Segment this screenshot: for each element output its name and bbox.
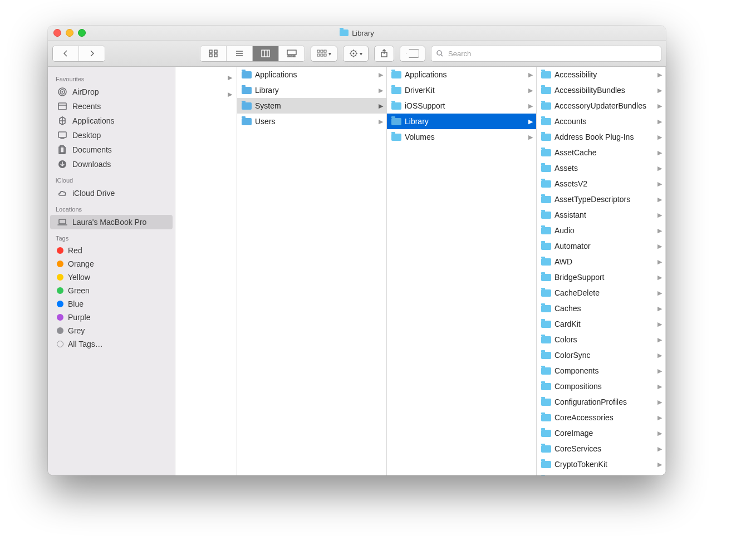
minimize-button[interactable] — [66, 29, 73, 37]
folder-row[interactable]: AssetTypeDescriptors▶ — [537, 191, 665, 207]
folder-row[interactable]: AssetCache▶ — [537, 145, 665, 160]
search-input[interactable] — [447, 49, 656, 58]
forward-button[interactable] — [78, 46, 105, 61]
search-field[interactable] — [431, 46, 661, 62]
sidebar-item[interactable]: Laura's MacBook Pro — [50, 215, 173, 229]
sidebar-item[interactable]: Green — [48, 284, 175, 297]
sidebar-item[interactable]: Downloads — [48, 157, 175, 171]
sidebar-item[interactable]: Applications — [48, 114, 175, 128]
folder-icon — [541, 399, 551, 406]
folder-row[interactable]: CoreImage▶ — [537, 425, 665, 441]
sidebar-item-label: iCloud Drive — [72, 189, 115, 198]
chevron-right-icon: ▶ — [657, 196, 662, 203]
folder-row[interactable]: AccessoryUpdaterBundles▶ — [537, 98, 665, 114]
sidebar-item[interactable]: Documents — [48, 143, 175, 157]
folder-icon — [541, 445, 551, 453]
folder-row[interactable]: Library▶ — [237, 82, 386, 98]
icon-view-button[interactable] — [200, 46, 226, 61]
desktop-icon — [57, 130, 68, 140]
folder-row[interactable]: BridgeSupport▶ — [537, 269, 665, 285]
folder-row[interactable]: DefaultsConfigurations▶ — [537, 472, 665, 475]
tags-button[interactable] — [400, 46, 425, 62]
folder-row[interactable]: Applications▶ — [237, 67, 386, 82]
folder-name: AssetCache — [554, 148, 654, 157]
folder-row[interactable]: CoreAccessories▶ — [537, 410, 665, 425]
share-button[interactable] — [374, 46, 394, 62]
svg-rect-32 — [58, 132, 66, 137]
zoom-button[interactable] — [78, 29, 86, 37]
folder-row[interactable]: AccessibilityBundles▶ — [537, 82, 665, 98]
folder-row[interactable]: AssetsV2▶ — [537, 176, 665, 191]
folder-icon — [391, 134, 401, 141]
column-view-button[interactable] — [252, 46, 278, 61]
action-button[interactable]: ▾ — [343, 46, 369, 62]
column-3[interactable]: Accessibility▶AccessibilityBundles▶Acces… — [537, 67, 666, 475]
chevron-right-icon: ▶ — [657, 243, 662, 250]
folder-row[interactable]: Accessibility▶ — [537, 67, 665, 82]
column-2[interactable]: Applications▶DriverKit▶iOSSupport▶Librar… — [387, 67, 537, 475]
folder-row[interactable]: CoreServices▶ — [537, 441, 665, 456]
folder-row[interactable]: Audio▶ — [537, 223, 665, 238]
folder-row[interactable]: CryptoTokenKit▶ — [537, 456, 665, 472]
sidebar-item[interactable]: Grey — [48, 324, 175, 337]
sidebar-item[interactable]: Desktop — [48, 128, 175, 143]
back-button[interactable] — [53, 46, 78, 61]
folder-name: AccessibilityBundles — [554, 86, 654, 95]
folder-row[interactable]: CacheDelete▶ — [537, 285, 665, 301]
folder-row[interactable]: Users▶ — [237, 114, 386, 129]
svg-rect-17 — [317, 54, 320, 56]
sidebar[interactable]: FavouritesAirDropRecentsApplicationsDesk… — [48, 67, 175, 475]
folder-row[interactable]: Caches▶ — [537, 301, 665, 316]
chevron-right-icon: ▶ — [657, 71, 662, 78]
sidebar-item[interactable]: iCloud Drive — [48, 186, 175, 200]
traffic-lights — [53, 29, 86, 37]
folder-row[interactable]: Automator▶ — [537, 238, 665, 254]
column-1[interactable]: Applications▶Library▶System▶Users▶ — [237, 67, 387, 475]
folder-icon — [541, 180, 551, 188]
sidebar-item[interactable]: Purple — [48, 311, 175, 324]
folder-row[interactable]: Compositions▶ — [537, 379, 665, 394]
folder-icon — [541, 196, 551, 203]
folder-row[interactable]: Accounts▶ — [537, 114, 665, 129]
chevron-right-icon: ▶ — [657, 352, 662, 359]
folder-row[interactable]: ColorSync▶ — [537, 347, 665, 363]
folder-row[interactable]: Assistant▶ — [537, 207, 665, 223]
svg-rect-1 — [214, 50, 217, 53]
folder-row[interactable]: System▶ — [237, 98, 386, 114]
folder-row[interactable]: iOSSupport▶ — [387, 98, 536, 114]
disclosure-triangle[interactable]: ▶ — [228, 86, 237, 102]
sidebar-item[interactable]: All Tags… — [48, 337, 175, 351]
sidebar-item[interactable]: Recents — [48, 99, 175, 114]
close-button[interactable] — [53, 29, 61, 37]
folder-row[interactable]: Colors▶ — [537, 332, 665, 347]
folder-row[interactable]: CardKit▶ — [537, 316, 665, 332]
sidebar-item[interactable]: Blue — [48, 297, 175, 311]
folder-row[interactable]: DriverKit▶ — [387, 82, 536, 98]
folder-row[interactable]: Address Book Plug-Ins▶ — [537, 129, 665, 145]
folder-row[interactable]: Library▶ — [387, 114, 536, 129]
laptop-icon — [57, 217, 68, 227]
folder-row[interactable]: Components▶ — [537, 363, 665, 379]
folder-row[interactable]: AWD▶ — [537, 254, 665, 269]
folder-icon — [541, 134, 551, 141]
chevron-right-icon: ▶ — [657, 102, 662, 110]
folder-icon — [340, 30, 349, 36]
folder-row[interactable]: Applications▶ — [387, 67, 536, 82]
column-0[interactable]: ▶▶ — [175, 67, 237, 475]
folder-name: Library — [255, 86, 375, 95]
sidebar-item-label: Orange — [68, 259, 94, 268]
sidebar-item[interactable]: Yellow — [48, 271, 175, 284]
folder-row[interactable]: ConfigurationProfiles▶ — [537, 394, 665, 410]
folder-row[interactable]: Volumes▶ — [387, 129, 536, 145]
folder-icon — [541, 461, 551, 468]
sidebar-item[interactable]: AirDrop — [48, 85, 175, 99]
disclosure-triangle[interactable]: ▶ — [228, 69, 237, 86]
sidebar-item[interactable]: Orange — [48, 257, 175, 271]
sidebar-item[interactable]: Red — [48, 244, 175, 257]
folder-icon — [541, 258, 551, 266]
group-by-button[interactable]: ▾ — [311, 46, 337, 62]
gallery-view-button[interactable] — [278, 46, 305, 61]
sidebar-item-label: Blue — [68, 299, 84, 308]
list-view-button[interactable] — [226, 46, 252, 61]
folder-row[interactable]: Assets▶ — [537, 160, 665, 176]
